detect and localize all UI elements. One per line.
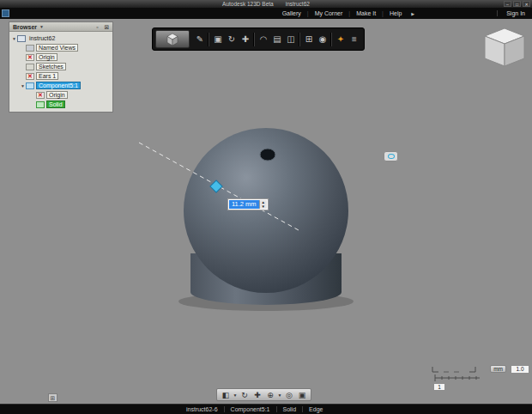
pin-icon[interactable]: ▫ [94,23,101,31]
orbit-ring-icon [388,154,395,159]
revolve-icon[interactable]: ↻ [225,31,239,48]
tree-item-label[interactable]: Origin [46,91,68,99]
close-button[interactable]: ✕ [523,1,530,7]
primitives-menu-button[interactable] [155,30,190,48]
ruler-value[interactable]: 1 [433,383,445,391]
orbit-icon[interactable]: ↻ [239,390,251,400]
chevron-down-icon[interactable]: ▼ [233,393,238,398]
tree-item-label[interactable]: Sketches [36,63,66,70]
expand-arrow-icon[interactable]: ▼ [11,36,17,41]
chevron-down-icon[interactable]: ▼ [39,24,44,29]
sketch-icon[interactable]: ✎ [193,31,207,48]
app-logo-icon [2,9,9,17]
snap-icon[interactable]: ≡ [348,31,361,48]
tree-item-label[interactable]: Ears 1 [36,72,58,80]
construction-line [139,143,299,230]
visibility-off-icon[interactable]: ✕ [26,54,34,61]
toolbar-separator [209,33,209,46]
pattern-icon[interactable]: ⊞ [302,31,316,48]
tree-item-origin[interactable]: ✕ Origin [9,52,112,62]
zoom-icon[interactable]: ⊕ [264,390,276,400]
shell-icon[interactable]: ▤ [270,31,284,48]
orbit-indicator-button[interactable] [384,151,398,161]
browser-panel-header[interactable]: Browser ▼ ▫ ⊠ [9,22,112,32]
manipulator-handle[interactable] [210,180,222,192]
document-icon [17,35,26,42]
browser-tree: ▼ instruct62 Named Views ✕ Origin Sketch… [9,32,112,112]
menu-item-help[interactable]: Help [384,10,408,16]
tree-item-component[interactable]: ▼ Component5:1 [9,81,112,90]
display-style-icon[interactable]: ▣ [296,390,308,400]
toolbar-separator [331,33,332,46]
ruler-icon [432,373,483,383]
spinner-down-icon[interactable]: ▼ [261,204,264,209]
browser-panel: Browser ▼ ▫ ⊠ ▼ instruct62 Named Views ✕… [9,21,113,113]
minimize-button[interactable]: – [504,1,511,7]
cube-icon [166,33,179,46]
expand-arrow-icon[interactable]: ▼ [20,83,26,88]
split-icon[interactable]: ◫ [284,31,298,48]
status-document: instruct62-6 [180,406,225,412]
primitive-box-icon[interactable]: ▣ [211,31,225,48]
view-home-icon[interactable]: ◧ [220,390,232,400]
tree-item-label-highlighted[interactable]: Solid [46,100,65,108]
tree-item-root[interactable]: ▼ instruct62 [9,33,112,43]
dimension-input[interactable]: 11.2 mm ▲ ▼ [227,198,269,210]
navigation-toolbar: ◧ ▼ ↻ ✚ ⊕ ▼ ◎ ▣ [216,388,311,401]
grid-scale-value[interactable]: 1.0 [511,365,529,374]
model-dome[interactable] [184,128,348,293]
grid-snap-icon[interactable]: ⊞ [48,393,57,402]
tree-item-component-origin[interactable]: ✕ Origin [9,90,112,100]
maximize-button[interactable]: □ [513,1,521,7]
tree-item-label[interactable]: instruct62 [27,35,57,41]
dimension-spinner[interactable]: ▲ ▼ [259,200,267,209]
application-window: Autodesk 123D Beta instruct62 – □ ✕ Gall… [0,0,532,414]
grid-extent-ticks-icon [432,365,476,374]
status-component: Component5:1 [225,406,277,412]
combine-icon[interactable]: ◉ [316,31,329,48]
browser-panel-buttons: ▫ ⊠ [94,23,111,31]
look-at-icon[interactable]: ◎ [283,390,295,400]
tree-item-sketches[interactable]: Sketches [9,62,112,71]
dome-hole[interactable] [260,149,275,161]
component-icon [26,82,34,89]
menu-item-my-corner[interactable]: My Corner [309,10,349,16]
view-cube[interactable] [481,24,529,76]
model-shadow [178,292,354,311]
material-icon[interactable]: ✦ [334,31,348,48]
units-widget: mm 1.0 1 [432,364,529,393]
menu-item-gallery[interactable]: Gallery [276,10,307,16]
dimension-value[interactable]: 11.2 mm [229,200,259,209]
solid-body-icon [36,101,45,108]
menu-item-make-it[interactable]: Make It [350,10,382,16]
move-icon[interactable]: ✚ [239,31,252,48]
tree-item-solid[interactable]: Solid [9,100,112,109]
tree-item-named-views[interactable]: Named Views [9,43,112,52]
named-views-icon [26,45,34,52]
visibility-off-icon[interactable]: ✕ [26,73,34,80]
tree-item-label-selected[interactable]: Component5:1 [36,82,81,89]
close-panel-icon[interactable]: ⊠ [103,23,111,31]
statusbar: instruct62-6 Component5:1 Solid Edge [0,404,532,414]
statusbar-items: instruct62-6 Component5:1 Solid Edge [180,406,329,412]
document-name: instruct62 [286,1,310,7]
menubar: Gallery | My Corner | Make It | Help ▶ S… [0,8,532,19]
visibility-off-icon[interactable]: ✕ [36,92,45,99]
chevron-down-icon[interactable]: ▼ [277,393,282,398]
view-cube-icon [481,24,529,72]
window-title: Autodesk 123D Beta [222,1,274,7]
status-selection: Edge [303,406,329,412]
sketches-folder-icon [26,64,34,70]
toolbar-separator [254,33,255,46]
tree-item-label[interactable]: Named Views [36,44,78,52]
fillet-icon[interactable]: ◠ [257,31,270,48]
tree-item-label[interactable]: Origin [36,53,57,61]
sign-in-link[interactable]: Sign In [497,10,525,16]
pan-icon[interactable]: ✚ [251,390,263,400]
window-controls: – □ ✕ [504,1,530,7]
tree-item-ears[interactable]: ✕ Ears 1 [9,71,112,81]
model-base-cylinder[interactable] [190,253,342,305]
unit-button[interactable]: mm [490,365,506,373]
browser-panel-title: Browser [13,24,37,30]
menu-more-icon[interactable]: ▶ [408,11,418,16]
